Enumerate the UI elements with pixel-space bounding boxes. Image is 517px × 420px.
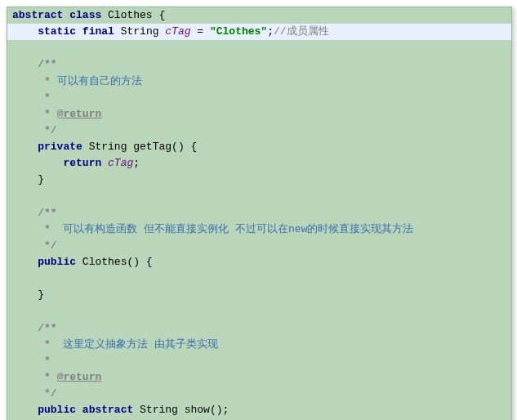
brace-open: { (158, 9, 165, 21)
field-ctag: cTag (165, 25, 190, 38)
class-name: Clothes (108, 9, 153, 21)
code-line: abstract class Clothes { (7, 7, 511, 24)
javadoc-tag-return: @return (57, 371, 102, 383)
type: String (140, 404, 178, 416)
brace-close: } (38, 173, 44, 185)
keyword-private: private (38, 141, 82, 153)
javadoc-open: /** (7, 320, 511, 337)
javadoc-tag-return: @return (57, 108, 102, 120)
javadoc-line: * (7, 353, 511, 369)
blank-line (7, 40, 511, 56)
code-line: public Clothes() { (7, 254, 511, 270)
keyword-final: final (82, 25, 114, 38)
blank-line (7, 304, 511, 320)
javadoc-open: /** (7, 56, 511, 73)
javadoc-line: * 可以有构造函数 但不能直接实例化 不过可以在new的时候直接实现其方法 (7, 221, 511, 238)
code-line: } (7, 287, 511, 303)
keyword-return: return (63, 157, 101, 169)
brace-close: } (38, 288, 44, 301)
comment-single-line: //成员属性 (274, 25, 329, 38)
semicolon: ; (267, 25, 274, 38)
string-literal: "Clothes" (210, 25, 267, 38)
javadoc-line: * 这里定义抽象方法 由其子类实现 (7, 337, 511, 353)
blank-line (7, 270, 511, 287)
keyword-class: class (69, 9, 101, 21)
code-line: } (7, 172, 511, 188)
keyword-static: static (38, 25, 76, 38)
javadoc-line: * @return (7, 106, 511, 123)
field-ctag: cTag (108, 157, 133, 169)
type: String (89, 141, 127, 153)
code-line-highlighted: static final String cTag = "Clothes";//成… (7, 24, 511, 40)
javadoc-open: /** (7, 205, 511, 221)
javadoc-close: */ (7, 123, 511, 139)
method-name: show (185, 404, 210, 416)
code-line: private String getTag() { (7, 139, 511, 155)
javadoc-line: * 可以有自己的方法 (7, 74, 511, 90)
constructor-name: Clothes (82, 256, 127, 268)
code-line: public abstract String show(); (7, 402, 511, 418)
blank-line (7, 189, 511, 205)
type: String (121, 25, 159, 38)
method-name: getTag (133, 141, 172, 153)
code-line: return cTag; (7, 155, 511, 172)
keyword-public: public (38, 404, 76, 416)
javadoc-close: */ (7, 238, 511, 254)
equals: = (191, 25, 210, 38)
code-block: abstract class Clothes { static final St… (7, 7, 512, 420)
javadoc-line: * @return (7, 369, 511, 386)
keyword-abstract: abstract (12, 9, 63, 21)
keyword-abstract: abstract (82, 404, 133, 416)
keyword-public: public (38, 256, 76, 268)
javadoc-line: * (7, 90, 511, 106)
javadoc-close: */ (7, 386, 511, 402)
